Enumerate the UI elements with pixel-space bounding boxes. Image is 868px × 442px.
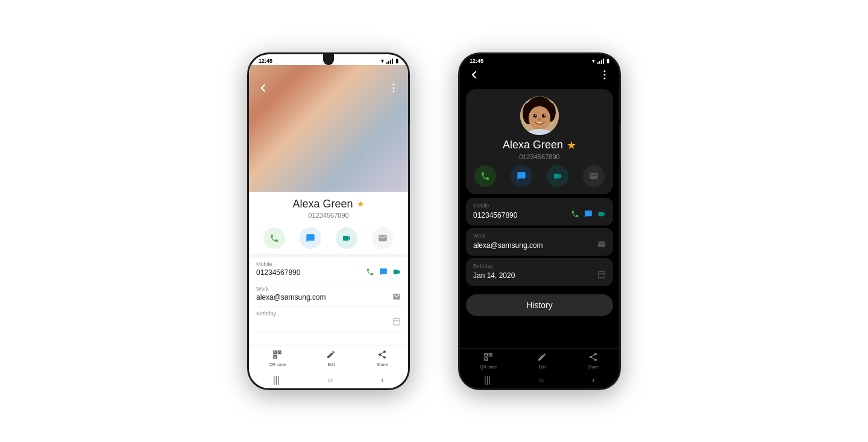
wifi-icon-dark: ▾ [592, 58, 595, 64]
dark-bottom-bar: QR code Edit Share [460, 348, 619, 371]
mobile-label-light: Mobile [256, 261, 401, 267]
battery-icon: ▮ [395, 58, 398, 64]
mobile-call-icon-dark[interactable] [571, 210, 579, 221]
qr-code-button-light[interactable]: QR code [269, 350, 286, 367]
signal-icon-dark [597, 58, 604, 64]
screen-light: Alexa Green ★ 01234567890 [249, 65, 408, 371]
svg-rect-61 [490, 354, 491, 355]
mobile-label-dark: Mobile [473, 203, 606, 209]
edit-button-light[interactable]: Edit [326, 350, 336, 367]
action-row-light [249, 223, 408, 254]
birthday-row-dark: Birthday Jan 14, 2020 [466, 258, 613, 286]
contact-phone-light: 01234567890 [259, 212, 398, 219]
mobile-msg-icon-dark[interactable] [584, 210, 593, 221]
svg-point-48 [542, 114, 546, 118]
punch-hole [536, 57, 542, 63]
favorite-star-dark[interactable]: ★ [567, 139, 576, 152]
svg-point-10 [318, 147, 324, 153]
svg-point-12 [321, 148, 323, 150]
share-icon-dark [588, 352, 598, 364]
dark-detail-section: Mobile 01234567890 [460, 198, 619, 288]
notch [323, 54, 334, 65]
birthday-label-light: Birthday [256, 311, 401, 317]
svg-point-17 [393, 83, 395, 85]
svg-rect-60 [486, 354, 487, 355]
svg-point-13 [336, 148, 338, 150]
nav-home-dark[interactable]: ○ [539, 375, 544, 385]
mobile-row-dark: Mobile 01234567890 [466, 198, 613, 226]
dark-action-row [474, 165, 605, 187]
email-button-light[interactable] [372, 227, 394, 249]
work-email-icon[interactable] [392, 292, 401, 303]
svg-point-18 [393, 87, 395, 89]
svg-point-11 [333, 147, 339, 153]
work-value-dark: alexa@samsung.com [473, 241, 543, 250]
screen-dark: Alexa Green ★ 01234567890 [460, 65, 619, 388]
svg-point-4 [302, 118, 355, 180]
birthday-cal-icon-dark[interactable] [597, 270, 606, 281]
edit-icon-light [326, 350, 336, 361]
nav-recent-dark[interactable]: ||| [484, 375, 491, 385]
mobile-value-light: 01234567890 [256, 268, 300, 277]
mobile-msg-icon[interactable] [379, 268, 388, 278]
nav-bar-light: ||| ○ ‹ [249, 371, 408, 388]
message-button-light[interactable] [300, 227, 321, 249]
share-button-light[interactable]: Share [377, 350, 388, 367]
mobile-video-icon-dark[interactable] [597, 210, 606, 221]
work-row-dark: Work alexa@samsung.com [466, 228, 613, 256]
nav-back-light[interactable]: ‹ [381, 375, 384, 385]
svg-point-40 [604, 74, 606, 75]
nav-bar-dark: ||| ○ ‹ [460, 371, 619, 388]
call-button-dark[interactable] [474, 165, 496, 187]
dark-hero-card: Alexa Green ★ 01234567890 [466, 89, 613, 194]
svg-rect-29 [275, 356, 276, 357]
svg-point-6 [295, 119, 321, 166]
work-email-icon-dark[interactable] [597, 240, 606, 251]
email-button-dark[interactable] [583, 165, 605, 187]
mobile-video-icon[interactable] [392, 268, 401, 278]
back-button-light[interactable] [256, 81, 271, 95]
favorite-star-light[interactable]: ★ [357, 199, 365, 209]
nav-back-dark[interactable]: ‹ [592, 375, 595, 385]
work-value-light: alexa@samsung.com [256, 293, 326, 302]
edit-button-dark[interactable]: Edit [537, 352, 547, 369]
svg-point-9 [308, 131, 349, 175]
status-icons-dark: ▾ ▮ [592, 58, 609, 64]
more-button-dark[interactable] [597, 68, 612, 82]
contact-phone-dark: 01234567890 [519, 153, 559, 160]
mobile-row-light: Mobile 01234567890 [256, 257, 401, 282]
more-button-light[interactable] [386, 81, 401, 95]
contact-name-light: Alexa Green ★ [259, 198, 398, 210]
svg-point-19 [393, 90, 395, 92]
mobile-call-icon[interactable] [366, 268, 374, 278]
birthday-cal-icon[interactable] [392, 317, 401, 327]
svg-rect-16 [330, 182, 342, 192]
phone-light: 12:45 ▾ ▮ [247, 52, 410, 390]
message-button-dark[interactable] [511, 165, 532, 187]
phone-dark: 12:45 ▾ ▮ [458, 52, 621, 390]
svg-point-50 [544, 115, 545, 116]
video-button-dark[interactable] [547, 165, 568, 187]
back-button-dark[interactable] [467, 68, 482, 82]
call-button-light[interactable] [263, 227, 285, 249]
qr-code-button-dark[interactable]: QR code [480, 352, 497, 369]
avatar-dark [520, 96, 559, 135]
birthday-label-dark: Birthday [473, 263, 606, 269]
svg-rect-3 [319, 160, 337, 184]
battery-icon-dark: ▮ [606, 58, 609, 64]
video-button-light[interactable] [336, 227, 357, 249]
svg-point-5 [299, 107, 358, 160]
svg-point-7 [338, 118, 361, 162]
share-button-dark[interactable]: Share [588, 352, 599, 369]
signal-icon [386, 58, 393, 64]
svg-rect-20 [394, 318, 400, 325]
top-bar-dark [460, 65, 619, 84]
birthday-value-dark: Jan 14, 2020 [473, 271, 515, 280]
history-button[interactable]: History [466, 294, 613, 316]
svg-rect-27 [275, 352, 276, 353]
nav-recent-light[interactable]: ||| [273, 375, 280, 385]
qr-icon-dark [483, 352, 493, 364]
mobile-actions-light [366, 268, 401, 278]
nav-home-light[interactable]: ○ [328, 375, 333, 385]
svg-point-39 [604, 70, 606, 72]
